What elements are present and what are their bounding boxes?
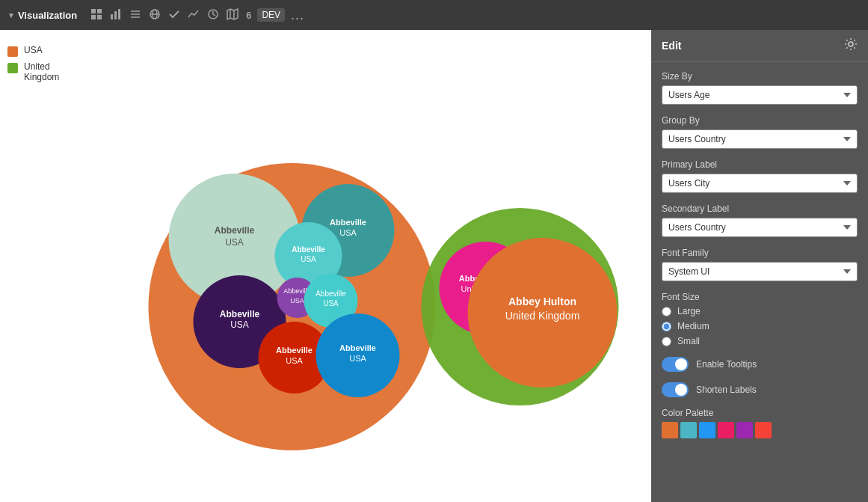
globe-icon[interactable]: [149, 8, 161, 22]
color-swatch-2[interactable]: [699, 422, 715, 438]
edit-panel: Edit Size By Users Age Group By Use: [651, 30, 868, 502]
enable-tooltips-label: Enable Tooltips: [696, 359, 757, 370]
svg-rect-3: [97, 15, 102, 19]
svg-text:United Kingdom: United Kingdom: [505, 310, 580, 322]
shorten-labels-toggle[interactable]: [662, 382, 689, 397]
color-swatch-0[interactable]: [662, 422, 678, 438]
size-by-group: Size By Users Age: [662, 71, 858, 105]
svg-text:Abbeville: Abbeville: [276, 346, 313, 355]
number-icon[interactable]: 6: [246, 10, 251, 21]
edit-header: Edit: [651, 30, 868, 62]
svg-rect-6: [118, 9, 120, 19]
font-size-large-label: Large: [677, 306, 701, 316]
color-swatch-1[interactable]: [680, 422, 697, 438]
primary-label-label: Primary Label: [662, 159, 858, 170]
svg-text:USA: USA: [290, 297, 304, 304]
secondary-label-group: Secondary Label Users Country: [662, 203, 858, 237]
svg-text:USA: USA: [301, 255, 316, 263]
font-size-small-label: Small: [677, 336, 700, 346]
enable-tooltips-row: Enable Tooltips: [662, 357, 858, 372]
toolbar: ▼ Visualization: [0, 0, 868, 30]
font-size-small-radio[interactable]: [662, 337, 671, 346]
color-palette-label: Color Palette: [662, 408, 858, 418]
font-size-medium-item: Medium: [662, 321, 858, 331]
svg-text:Abbeville: Abbeville: [292, 245, 325, 254]
secondary-label-select[interactable]: Users Country: [662, 218, 858, 237]
line-chart-icon[interactable]: [188, 8, 200, 22]
size-by-label: Size By: [662, 71, 858, 82]
shorten-labels-row: Shorten Labels: [662, 382, 858, 397]
font-family-select[interactable]: System UI: [662, 262, 858, 281]
font-size-medium-label: Medium: [677, 321, 710, 331]
color-swatch-5[interactable]: [755, 422, 772, 438]
color-palette-group: Color Palette: [662, 408, 858, 438]
primary-label-group: Primary Label Users City: [662, 159, 858, 193]
svg-text:Abbeville: Abbeville: [220, 309, 260, 319]
svg-point-37: [849, 42, 853, 46]
grid-icon[interactable]: [90, 8, 102, 22]
bar-chart-icon[interactable]: [110, 8, 122, 22]
main-area: USA UnitedKingdom Abbeville USA Abbevill…: [0, 30, 868, 502]
svg-text:USA: USA: [230, 319, 249, 330]
svg-rect-1: [97, 9, 102, 13]
visualization-area: USA UnitedKingdom Abbeville USA Abbevill…: [0, 30, 651, 502]
svg-rect-5: [114, 11, 117, 19]
svg-text:USA: USA: [225, 237, 244, 248]
font-size-large-radio[interactable]: [662, 307, 671, 316]
svg-rect-2: [91, 15, 96, 19]
svg-text:Abbeville: Abbeville: [339, 343, 376, 352]
edit-title: Edit: [662, 40, 681, 52]
font-size-small-item: Small: [662, 336, 858, 346]
check-icon[interactable]: [168, 8, 180, 22]
bubble-chart[interactable]: Abbeville USA Abbeville USA Abbeville US…: [0, 30, 651, 502]
shorten-labels-label: Shorten Labels: [696, 385, 757, 395]
svg-marker-14: [227, 9, 238, 19]
font-size-options: Large Medium Small: [662, 306, 858, 346]
svg-text:Abbeville: Abbeville: [330, 218, 366, 227]
secondary-label-label: Secondary Label: [662, 203, 858, 214]
color-swatch-3[interactable]: [718, 422, 734, 438]
font-family-label: Font Family: [662, 248, 858, 258]
group-by-group: Group By Users Country: [662, 115, 858, 149]
svg-text:Abbeville: Abbeville: [215, 225, 255, 236]
svg-text:USA: USA: [349, 354, 366, 363]
enable-tooltips-toggle[interactable]: [662, 357, 689, 372]
svg-text:Abbey Hulton: Abbey Hulton: [508, 296, 576, 307]
list-icon[interactable]: [129, 8, 141, 22]
color-swatch-4[interactable]: [736, 422, 753, 438]
gear-icon[interactable]: [844, 37, 858, 54]
toolbar-icons: 6: [90, 8, 251, 22]
font-size-large-item: Large: [662, 306, 858, 316]
svg-text:USA: USA: [286, 356, 303, 365]
clock-icon[interactable]: [207, 8, 219, 22]
font-family-group: Font Family System UI: [662, 248, 858, 281]
map-icon[interactable]: [227, 8, 238, 22]
svg-rect-0: [91, 9, 96, 13]
dev-badge[interactable]: DEV: [257, 8, 285, 22]
edit-body: Size By Users Age Group By Users Country…: [651, 62, 868, 447]
svg-rect-4: [111, 14, 113, 19]
color-swatches: [662, 422, 858, 438]
size-by-select[interactable]: Users Age: [662, 85, 858, 105]
svg-text:USA: USA: [339, 228, 357, 237]
font-size-medium-radio[interactable]: [662, 322, 671, 331]
group-by-select[interactable]: Users Country: [662, 129, 858, 149]
group-by-label: Group By: [662, 115, 858, 126]
more-options[interactable]: ...: [291, 7, 304, 23]
primary-label-select[interactable]: Users City: [662, 174, 858, 193]
font-size-group: Font Size Large Medium Small: [662, 292, 858, 346]
font-size-label: Font Size: [662, 292, 858, 302]
toolbar-title[interactable]: ▼ Visualization: [7, 10, 77, 21]
svg-text:Abbeville: Abbeville: [316, 290, 346, 298]
svg-text:USA: USA: [323, 299, 339, 307]
